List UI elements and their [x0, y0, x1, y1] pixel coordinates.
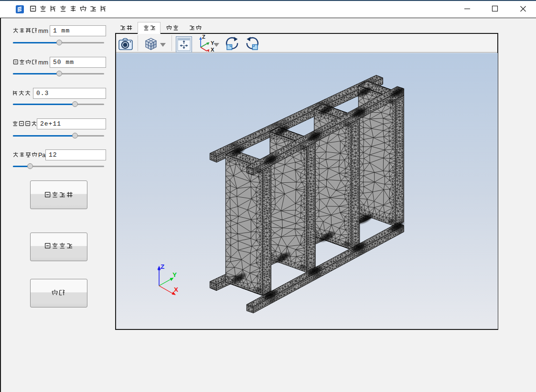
svg-text:mm: mm [38, 28, 48, 34]
svg-text:Z: Z [202, 34, 205, 40]
svg-text:Pa: Pa [38, 152, 45, 159]
svg-text:Z: Z [161, 263, 164, 270]
svg-text:Y: Y [172, 271, 177, 278]
svg-text:X: X [211, 47, 214, 53]
svg-text:mm: mm [38, 59, 48, 66]
svg-text:X: X [174, 286, 178, 293]
